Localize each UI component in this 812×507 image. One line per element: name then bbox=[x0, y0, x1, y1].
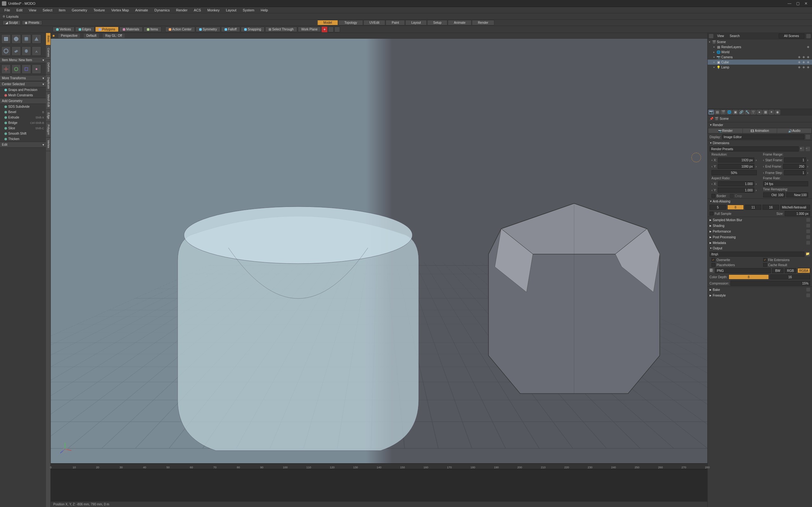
edit-header[interactable]: Edit▾ bbox=[0, 142, 46, 148]
menu-select[interactable]: Select bbox=[39, 8, 55, 13]
render-animation-button[interactable]: 🎞Animation bbox=[743, 128, 777, 133]
meta-menu-icon[interactable] bbox=[806, 241, 810, 245]
timeline-ruler[interactable]: 0102030405060708090100110120130140150160… bbox=[51, 464, 707, 469]
menu-vertexmap[interactable]: Vertex Map bbox=[108, 8, 132, 13]
tool-capsule-icon[interactable] bbox=[21, 46, 31, 56]
sel-toggle-icon[interactable]: ◈ bbox=[803, 60, 806, 64]
select-through-button[interactable]: Select Through bbox=[265, 26, 297, 32]
section-sampled-motion-blur[interactable]: ▶Sampled Motion Blur bbox=[708, 217, 812, 223]
preset-add-icon[interactable]: + bbox=[800, 147, 804, 151]
tab-paint[interactable]: Paint bbox=[386, 20, 405, 25]
mode-edges[interactable]: Edges bbox=[75, 26, 95, 32]
tool-torus-icon[interactable] bbox=[1, 46, 11, 56]
format-select[interactable]: PNG bbox=[715, 268, 771, 273]
more-transforms-header[interactable]: More Transforms▾ bbox=[0, 75, 46, 81]
outliner-expand-icon[interactable]: ▾ bbox=[713, 46, 716, 49]
outliner-search[interactable]: Search bbox=[728, 34, 742, 38]
outliner-view[interactable]: View bbox=[715, 34, 726, 38]
mode-materials[interactable]: Materials bbox=[119, 26, 143, 32]
section-output[interactable]: ▼Output bbox=[708, 245, 812, 251]
render-audio-button[interactable]: 🔊Audio bbox=[777, 128, 811, 133]
tab-animate[interactable]: Animate bbox=[448, 20, 472, 25]
section-render[interactable]: ▼Render bbox=[708, 122, 812, 128]
outliner-row-cube[interactable]: ▾▣Cube◈◈◈ bbox=[708, 60, 812, 65]
section-post-processing[interactable]: ▶Post Processing bbox=[708, 234, 812, 240]
sel-toggle-icon[interactable]: ◈ bbox=[803, 55, 806, 59]
aa-5-button[interactable]: 5 bbox=[710, 205, 726, 210]
tool-sphere-icon[interactable] bbox=[11, 34, 21, 44]
layouts-expand-icon[interactable]: ⊕ bbox=[3, 14, 6, 18]
viewport-shading-mode[interactable]: Default bbox=[84, 34, 99, 38]
tool-plane-icon[interactable] bbox=[11, 46, 21, 56]
render-presets-select[interactable]: Render Presets bbox=[710, 147, 799, 152]
res-y-field[interactable]: 1080 px bbox=[718, 164, 754, 169]
freestyle-menu-icon[interactable] bbox=[806, 293, 810, 297]
mesh-constraints-item[interactable]: Mesh Constraints bbox=[0, 93, 46, 98]
pin-icon[interactable]: 📌 bbox=[710, 117, 713, 120]
post-menu-icon[interactable] bbox=[806, 235, 810, 239]
tool-cube-icon[interactable] bbox=[1, 34, 11, 44]
viewport-view-mode[interactable]: Perspective bbox=[58, 34, 80, 38]
presets-button[interactable]: ◉Presets bbox=[22, 20, 42, 25]
outliner-type-icon[interactable] bbox=[709, 34, 713, 38]
menu-geometry[interactable]: Geometry bbox=[68, 8, 90, 13]
output-path-field[interactable]: /tmp\ bbox=[710, 251, 804, 257]
menu-system[interactable]: System bbox=[240, 8, 258, 13]
shading-menu-icon[interactable] bbox=[806, 224, 810, 228]
outliner-filter-icon[interactable] bbox=[806, 34, 811, 38]
timeline[interactable]: 0102030405060708090100110120130140150160… bbox=[51, 463, 707, 501]
toolbar-icon-1[interactable] bbox=[328, 26, 334, 32]
snapping-button[interactable]: Snapping bbox=[241, 26, 264, 32]
placeholders-checkbox[interactable] bbox=[711, 263, 715, 267]
rgba-button[interactable]: RGBA bbox=[798, 268, 810, 273]
sculpt-button[interactable]: ◢Sculpt bbox=[3, 20, 20, 25]
full-sample-checkbox[interactable] bbox=[710, 212, 713, 216]
menu-view[interactable]: View bbox=[26, 8, 40, 13]
end-frame-field[interactable]: 250 bbox=[783, 164, 806, 169]
menu-dynamics[interactable]: Dynamics bbox=[151, 8, 173, 13]
tab-layout[interactable]: Layout bbox=[405, 20, 427, 25]
item-menu-header[interactable]: Item Menu: New Item▾ bbox=[0, 57, 46, 63]
mode-polygons[interactable]: Polygons bbox=[95, 26, 119, 32]
ctx-modifiers-icon[interactable]: 🔧 bbox=[745, 110, 750, 115]
transform-rotate-icon[interactable] bbox=[11, 64, 21, 74]
menu-animate[interactable]: Animate bbox=[132, 8, 151, 13]
render-toggle-icon[interactable]: ◈ bbox=[807, 65, 811, 69]
ctx-data-icon[interactable]: ▽ bbox=[751, 110, 756, 115]
overwrite-checkbox[interactable] bbox=[711, 258, 715, 262]
tab-setup[interactable]: Setup bbox=[427, 20, 448, 25]
render-toggle-icon[interactable]: ◈ bbox=[807, 55, 811, 59]
outliner-row-renderlayers[interactable]: ▾▤RenderLayers◈ bbox=[708, 44, 812, 49]
transform-move-icon[interactable] bbox=[1, 64, 11, 74]
section-antialiasing[interactable]: ▼Anti-Aliasing bbox=[708, 199, 812, 204]
outliner-row-lamp[interactable]: ▾💡Lamp◈◈◈ bbox=[708, 65, 812, 70]
outliner-expand-icon[interactable]: ▾ bbox=[713, 56, 716, 59]
geo-sds-subdivide[interactable]: SDS Subdivide bbox=[0, 104, 46, 109]
geo-extrude[interactable]: ExtrudeShift-X bbox=[0, 115, 46, 120]
vtab-curves[interactable]: Curves bbox=[46, 45, 50, 60]
transform-scale-icon[interactable] bbox=[21, 64, 31, 74]
eye-toggle-icon[interactable]: ◈ bbox=[798, 65, 802, 69]
menu-help[interactable]: Help bbox=[258, 8, 271, 13]
symmetry-button[interactable]: Symmetry bbox=[196, 26, 220, 32]
vtab-polygon[interactable]: Polygon bbox=[46, 122, 50, 138]
display-lock-icon[interactable] bbox=[806, 135, 810, 139]
geo-thicken[interactable]: Thicken bbox=[0, 136, 46, 142]
outliner[interactable]: ▾🎬Scene▾▤RenderLayers◈▸🌐World▾📷Camera◈◈◈… bbox=[708, 39, 812, 109]
frame-step-field[interactable]: 1 bbox=[784, 170, 806, 175]
bake-menu-icon[interactable] bbox=[806, 288, 810, 291]
outliner-row-camera[interactable]: ▾📷Camera◈◈◈ bbox=[708, 55, 812, 60]
ctx-scene-icon[interactable]: 🎬 bbox=[720, 110, 726, 115]
sel-toggle-icon[interactable]: ◈ bbox=[803, 65, 806, 69]
aa-filter-select[interactable]: Mitchell-Netravali bbox=[780, 205, 810, 210]
geo-bevel[interactable]: BevelB bbox=[0, 109, 46, 115]
eye-toggle-icon[interactable]: ◈ bbox=[798, 60, 802, 64]
add-button[interactable]: + bbox=[322, 26, 327, 32]
format-icon[interactable]: 🖼 bbox=[710, 268, 714, 273]
res-x-field[interactable]: 1920 px bbox=[718, 158, 754, 163]
ctx-material-icon[interactable]: ● bbox=[757, 110, 762, 115]
menu-item[interactable]: Item bbox=[55, 8, 68, 13]
crop-checkbox[interactable] bbox=[730, 194, 734, 198]
menu-render[interactable]: Render bbox=[173, 8, 191, 13]
breadcrumb-scene[interactable]: Scene bbox=[720, 117, 728, 120]
